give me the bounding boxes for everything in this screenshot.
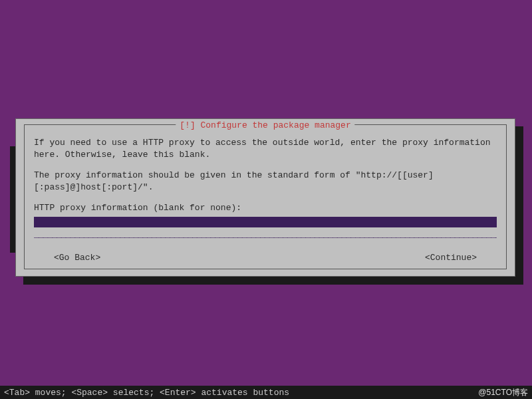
dialog-box: [!] Configure the package manager If you… <box>15 118 515 277</box>
continue-button[interactable]: <Continue> <box>425 252 477 264</box>
input-underline: ________________________________________… <box>34 229 497 241</box>
footer-bar: <Tab> moves; <Space> selects; <Enter> ac… <box>0 386 532 399</box>
dialog-border: [!] Configure the package manager If you… <box>24 124 507 269</box>
help-text-1: If you need to use a HTTP proxy to acces… <box>34 137 497 160</box>
watermark: @51CTO博客 <box>478 387 528 398</box>
help-text-2: The proxy information should be given in… <box>34 170 497 193</box>
dialog-content: If you need to use a HTTP proxy to acces… <box>25 125 506 271</box>
proxy-input[interactable] <box>34 217 497 227</box>
footer-hint: <Tab> moves; <Space> selects; <Enter> ac… <box>4 388 289 398</box>
dialog-title: [!] Configure the package manager <box>176 120 354 130</box>
proxy-prompt-label: HTTP proxy information (blank for none): <box>34 202 497 214</box>
button-row: <Go Back> <Continue> <box>34 252 497 264</box>
go-back-button[interactable]: <Go Back> <box>54 252 100 264</box>
